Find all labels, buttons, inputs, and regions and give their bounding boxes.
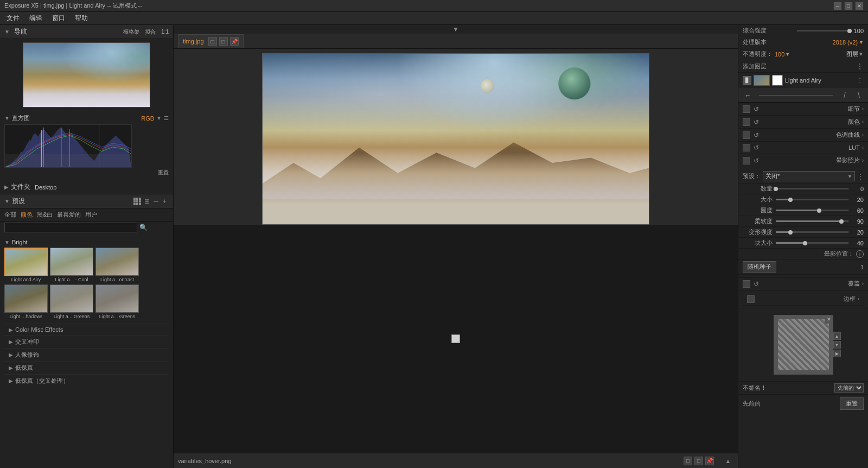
- adj-lut-toggle[interactable]: [743, 144, 750, 151]
- crop-tool-btn[interactable]: ⌐: [743, 90, 752, 100]
- tab-pin-icon[interactable]: 📌: [230, 37, 239, 46]
- category-cross-process[interactable]: ▶ 交叉冲印: [4, 335, 169, 348]
- cat-label2: 交叉冲印: [15, 338, 39, 346]
- adj-color-reset[interactable]: ↺: [752, 118, 760, 126]
- presets-collapse-btn[interactable]: ▼: [4, 198, 10, 204]
- adj-bokeh-reset[interactable]: ↺: [752, 157, 760, 165]
- adj-bokeh-arrow[interactable]: ›: [862, 157, 864, 163]
- preset-light-greens2[interactable]: Light a... Greens: [95, 284, 139, 319]
- reset-button[interactable]: 重置: [840, 397, 864, 410]
- bokeh-menu-dots[interactable]: ⋮: [857, 173, 864, 180]
- adj-curve-reset[interactable]: ↺: [752, 131, 760, 139]
- preset-light-contrast[interactable]: Light a...ontrast: [95, 248, 139, 282]
- menu-file[interactable]: 文件: [2, 12, 24, 24]
- border-arrow-up[interactable]: ▲: [833, 332, 841, 340]
- preset-dropdown[interactable]: 关闭* ▼: [763, 171, 855, 181]
- adj-detail-toggle[interactable]: [743, 105, 750, 113]
- adj-bokeh-toggle[interactable]: [743, 157, 750, 165]
- param-distortion-slider[interactable]: [776, 231, 848, 233]
- border-save-dropdown[interactable]: 先前的: [834, 383, 864, 393]
- category-lo-fi-cross[interactable]: ▶ 低保真（交叉处理）: [4, 374, 169, 387]
- param-softness-label: 柔软度: [743, 217, 773, 225]
- border-x-btn[interactable]: ✕: [825, 315, 833, 324]
- adj-color-toggle[interactable]: [743, 118, 750, 126]
- bottom-icon-1[interactable]: □: [684, 457, 692, 465]
- nav-collapse-btn[interactable]: ▼: [4, 29, 10, 35]
- preset-light-shadows[interactable]: Light ...hadows: [4, 284, 48, 319]
- search-icon[interactable]: 🔍: [139, 224, 148, 231]
- border-arrow-right[interactable]: ▶: [833, 350, 841, 357]
- menu-help[interactable]: 帮助: [71, 12, 92, 24]
- opacity-value[interactable]: 100: [775, 51, 784, 58]
- previous-btn[interactable]: 先前的: [743, 400, 761, 408]
- layer-menu-btn[interactable]: ⋮: [857, 77, 864, 84]
- preset-dropdown-row: 预设： 关闭* ▼ ⋮: [738, 169, 868, 184]
- tab-color[interactable]: 颜色: [21, 211, 33, 219]
- opacity-dropdown-arrow[interactable]: ▼: [785, 52, 790, 57]
- param-amount-slider[interactable]: [776, 188, 848, 189]
- adj-lut-reset[interactable]: ↺: [752, 144, 760, 151]
- image-tab-timg[interactable]: timg.jpg □ □ 📌: [178, 34, 244, 48]
- adj-detail-reset[interactable]: ↺: [752, 105, 760, 113]
- bottom-icon-2[interactable]: □: [694, 457, 703, 465]
- add-layer-menu[interactable]: ⋮: [856, 62, 864, 71]
- border-arrow-down[interactable]: ▼: [833, 341, 841, 349]
- param-softness-slider[interactable]: [776, 220, 848, 222]
- adj-curve-arrow[interactable]: ›: [862, 132, 864, 138]
- border-enable-checkbox[interactable]: [747, 295, 755, 303]
- param-size-slider[interactable]: [776, 199, 848, 200]
- bottom-pin-icon[interactable]: 📌: [705, 457, 714, 465]
- bokeh-pos-info-icon[interactable]: i: [856, 250, 864, 258]
- strength-slider[interactable]: [797, 30, 849, 31]
- tab-bw[interactable]: 黑&白: [37, 211, 53, 219]
- eraser-tool-btn[interactable]: \: [854, 90, 864, 100]
- category-lo-fi[interactable]: ▶ 低保真: [4, 361, 169, 374]
- param-blocksize-slider[interactable]: [776, 242, 848, 244]
- histogram-reset-btn[interactable]: 重置: [4, 169, 169, 176]
- presets-minus-btn[interactable]: ─: [151, 198, 161, 205]
- layer-visibility-toggle[interactable]: ▊: [743, 76, 751, 85]
- grid-view-btn[interactable]: 橱格架: [123, 28, 139, 36]
- preset-light-airy[interactable]: Light and Airy: [4, 248, 48, 282]
- adj-lut-arrow[interactable]: ›: [862, 145, 864, 151]
- preset-light-cool[interactable]: Light a... - Cool: [50, 248, 93, 282]
- close-button[interactable]: ✕: [855, 2, 864, 10]
- tab-favorites[interactable]: 最喜爱的: [57, 211, 81, 219]
- tab-icon-square1[interactable]: □: [208, 37, 217, 46]
- presets-add-btn[interactable]: +: [161, 198, 169, 205]
- pen-tool-btn[interactable]: /: [840, 90, 850, 100]
- category-color-misc[interactable]: ▶ Color Misc Effects: [4, 324, 169, 335]
- grid-view-icon[interactable]: [133, 197, 142, 206]
- category-portrait[interactable]: ▶ 人像修饰: [4, 348, 169, 361]
- coverage-toggle[interactable]: [743, 280, 750, 288]
- layer-name: Light and Airy: [785, 77, 855, 84]
- seed-button[interactable]: 随机种子: [743, 261, 776, 273]
- adj-curve-toggle[interactable]: [743, 131, 750, 139]
- preset-light-greens1[interactable]: Light a... Greens: [50, 284, 93, 319]
- zoom-btn[interactable]: 1:1: [161, 29, 169, 35]
- param-roundness-slider[interactable]: [776, 210, 848, 211]
- histogram-mode[interactable]: RGB: [141, 115, 154, 122]
- histogram-collapse-btn[interactable]: ▼: [4, 115, 10, 121]
- menu-edit[interactable]: 编辑: [25, 12, 47, 24]
- tab-user[interactable]: 用户: [85, 211, 97, 219]
- layers-btn[interactable]: 图层: [846, 50, 858, 58]
- tab-icon-square2[interactable]: □: [219, 37, 228, 46]
- group-collapse-btn[interactable]: ▼: [4, 239, 10, 245]
- adj-detail-arrow[interactable]: ›: [862, 106, 864, 112]
- maximize-button[interactable]: □: [844, 2, 853, 10]
- tab-all[interactable]: 全部: [4, 211, 16, 219]
- version-dropdown-arrow[interactable]: ▼: [859, 40, 864, 45]
- minimize-button[interactable]: ─: [833, 2, 842, 10]
- adj-color-arrow[interactable]: ›: [862, 119, 864, 125]
- menu-window[interactable]: 窗口: [48, 12, 69, 24]
- histogram-menu-btn[interactable]: ▼: [156, 115, 162, 121]
- version-value[interactable]: 2018 (v2): [833, 39, 858, 46]
- fit-btn[interactable]: 拟合: [145, 28, 156, 36]
- histogram-settings-btn[interactable]: ☰: [164, 115, 169, 121]
- coverage-reset[interactable]: ↺: [752, 280, 760, 288]
- list-view-icon[interactable]: ⊞: [143, 197, 151, 206]
- preset-search-input[interactable]: [4, 223, 137, 232]
- coverage-arrow[interactable]: ›: [862, 281, 864, 287]
- bokeh-pos-label: 晕影位置：: [743, 250, 854, 258]
